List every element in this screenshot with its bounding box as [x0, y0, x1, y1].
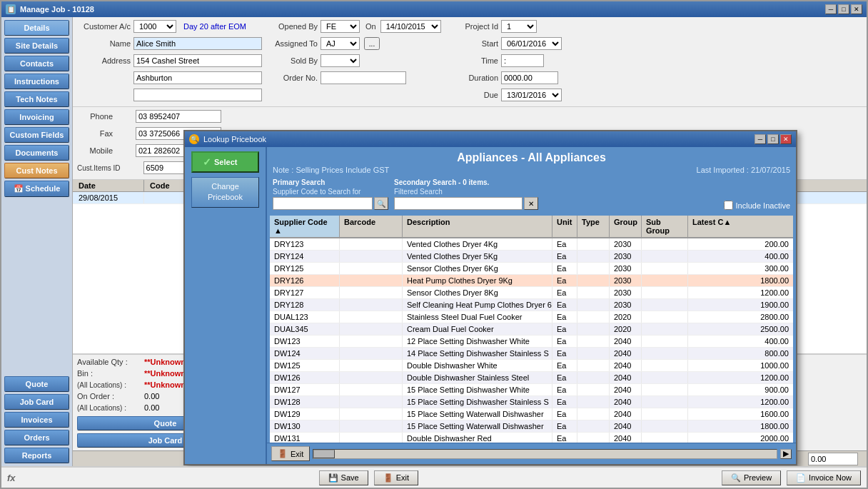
sub-group-col-header[interactable]: Sub Group	[642, 216, 688, 237]
list-item[interactable]: DW127 15 Place Setting Dishwasher White …	[270, 384, 793, 396]
all-locations-label: (All Locations) :	[77, 381, 141, 389]
name-input[interactable]	[133, 37, 262, 50]
cell-sub-group	[642, 372, 688, 383]
cell-barcode	[340, 299, 403, 311]
list-item[interactable]: DRY125 Sensor Clothes Dryer 6Kg Ea 2030 …	[270, 263, 793, 275]
lookup-grid: Supplier Code ▲ Barcode Description Unit…	[270, 216, 793, 443]
list-item[interactable]: DW128 15 Place Setting Dishwasher Stainl…	[270, 396, 793, 408]
deposit-received-input[interactable]	[808, 453, 858, 465]
sidebar-item-instructions[interactable]: Instructions	[4, 74, 69, 89]
start-date-select[interactable]: 06/01/2016	[501, 37, 562, 50]
duration-input[interactable]	[501, 71, 558, 84]
cell-barcode	[340, 420, 403, 432]
project-id-select[interactable]: 1	[501, 20, 537, 33]
list-item[interactable]: DRY123 Vented Clothes Dryer 4Kg Ea 2030 …	[270, 238, 793, 251]
list-item[interactable]: DUAL345 Cream Dual Fuel Cooker Ea 2020 2…	[270, 323, 793, 336]
include-inactive-checkbox[interactable]	[724, 201, 733, 210]
sidebar-item-cust-notes[interactable]: Cust Notes	[4, 163, 69, 178]
primary-search-icon[interactable]: 🔍	[374, 197, 388, 210]
secondary-search-input[interactable]	[394, 197, 523, 210]
primary-search-input[interactable]	[273, 197, 373, 210]
close-button[interactable]: ✕	[851, 4, 862, 14]
assigned-to-btn[interactable]: ...	[364, 37, 380, 50]
supplier-code-col-header[interactable]: Supplier Code ▲	[270, 216, 340, 237]
barcode-col-header[interactable]: Barcode	[340, 216, 403, 237]
sidebar-item-schedule[interactable]: 📅 Schedule	[4, 181, 69, 197]
change-pricebook-button[interactable]: ChangePricebook	[191, 177, 259, 208]
sold-by-select[interactable]	[321, 54, 360, 67]
time-input[interactable]	[501, 54, 544, 67]
sidebar-item-details[interactable]: Details	[4, 20, 69, 36]
list-item[interactable]: DRY126 Heat Pump Clothes Dryer 9Kg Ea 20…	[270, 275, 793, 287]
list-item[interactable]: DW126 Double Dishwasher Stainless Steel …	[270, 372, 793, 384]
exit-button[interactable]: 🚪 Exit	[271, 446, 310, 461]
minimize-button[interactable]: ─	[825, 4, 837, 14]
list-item[interactable]: DW130 15 Place Setting Waterwall Dishwas…	[270, 420, 793, 433]
sidebar-item-tech-notes[interactable]: Tech Notes	[4, 91, 69, 107]
secondary-search-clear-icon[interactable]: ✕	[524, 197, 538, 210]
description-col-header[interactable]: Description	[403, 216, 552, 237]
address3-input[interactable]	[133, 89, 262, 101]
horizontal-scrollbar[interactable]	[313, 449, 777, 459]
sidebar-btn-quote[interactable]: Quote	[4, 376, 69, 392]
cell-latest-cost: 1800.00	[688, 275, 793, 286]
group-col-header[interactable]: Group	[610, 216, 642, 237]
sidebar-item-site-details[interactable]: Site Details	[4, 38, 69, 54]
sidebar-btn-orders[interactable]: Orders	[4, 430, 69, 445]
select-button[interactable]: ✓ Select	[191, 151, 259, 173]
on-order-label: On Order :	[77, 392, 141, 400]
cell-description: Double Dishwasher White	[403, 360, 552, 371]
cell-group: 2040	[610, 433, 642, 443]
cell-latest-cost: 1800.00	[688, 420, 793, 432]
cell-barcode	[340, 251, 403, 262]
sidebar-item-documents[interactable]: Documents	[4, 145, 69, 161]
primary-search-section: Primary Search Supplier Code to Search f…	[273, 178, 388, 210]
save-button[interactable]: 💾 Save	[319, 470, 368, 485]
cell-unit: Ea	[552, 287, 577, 298]
cell-description: 15 Place Setting Dishwasher White	[403, 384, 552, 395]
scroll-right-btn[interactable]: ▶	[780, 449, 792, 459]
sidebar-btn-job-card[interactable]: Job Card	[4, 394, 69, 410]
invoice-now-button[interactable]: 📄 Invoice Now	[787, 470, 861, 485]
maximize-button[interactable]: □	[838, 4, 849, 14]
opened-by-select[interactable]: FE	[321, 20, 360, 33]
lookup-maximize-btn[interactable]: □	[767, 134, 779, 144]
list-item[interactable]: DW129 15 Place Setting Waterwall Dishwas…	[270, 408, 793, 420]
order-no-input[interactable]	[321, 71, 406, 84]
cell-unit: Ea	[552, 408, 577, 420]
cell-unit: Ea	[552, 396, 577, 408]
list-item[interactable]: DRY128 Self Cleaning Heat Pump Clothes D…	[270, 299, 793, 311]
address2-input[interactable]	[133, 71, 262, 84]
due-date-select[interactable]: 13/01/2016	[501, 89, 562, 101]
latest-cost-col-header[interactable]: Latest C▲	[688, 216, 793, 237]
list-item[interactable]: DW124 14 Place Setting Dishwasher Stainl…	[270, 348, 793, 360]
sidebar-item-invoicing[interactable]: Invoicing	[4, 109, 69, 125]
list-item[interactable]: DUAL123 Stainless Steel Dual Fuel Cooker…	[270, 311, 793, 323]
list-item[interactable]: DRY127 Sensor Clothes Dryer 8Kg Ea 2030 …	[270, 287, 793, 299]
cell-sub-group	[642, 263, 688, 274]
list-item[interactable]: DW125 Double Dishwasher White Ea 2040 10…	[270, 360, 793, 372]
list-item[interactable]: DW131 Double Dishwasher Red Ea 2040 2000…	[270, 433, 793, 443]
assigned-to-select[interactable]: AJ	[321, 37, 360, 50]
list-item[interactable]: DW123 12 Place Setting Dishwasher White …	[270, 336, 793, 348]
type-col-header[interactable]: Type	[577, 216, 610, 237]
on-date-select[interactable]: 14/10/2015	[380, 20, 441, 33]
cell-unit: Ea	[552, 299, 577, 311]
cell-sub-group	[642, 251, 688, 262]
sidebar-btn-reports[interactable]: Reports	[4, 448, 69, 463]
lookup-close-btn[interactable]: ✕	[780, 134, 792, 144]
customer-ac-select[interactable]: 1000	[133, 20, 176, 33]
sidebar-item-custom-fields[interactable]: Custom Fields	[4, 127, 69, 143]
sidebar-btn-invoices[interactable]: Invoices	[4, 412, 69, 428]
lookup-minimize-btn[interactable]: ─	[755, 134, 766, 144]
sidebar-item-contacts[interactable]: Contacts	[4, 56, 69, 71]
preview-button[interactable]: 🔍 Preview	[722, 470, 781, 485]
unit-col-header[interactable]: Unit	[552, 216, 577, 237]
include-inactive-label: Include Inactive	[736, 201, 790, 210]
cell-latest-cost: 2000.00	[688, 433, 793, 443]
phone-input[interactable]	[136, 110, 221, 123]
address1-input[interactable]	[133, 54, 262, 67]
cust-items-id-input[interactable]	[143, 161, 186, 174]
list-item[interactable]: DRY124 Vented Clothes Dryer 5Kg Ea 2030 …	[270, 251, 793, 263]
exit-main-button[interactable]: 🚪 Exit	[374, 470, 418, 485]
